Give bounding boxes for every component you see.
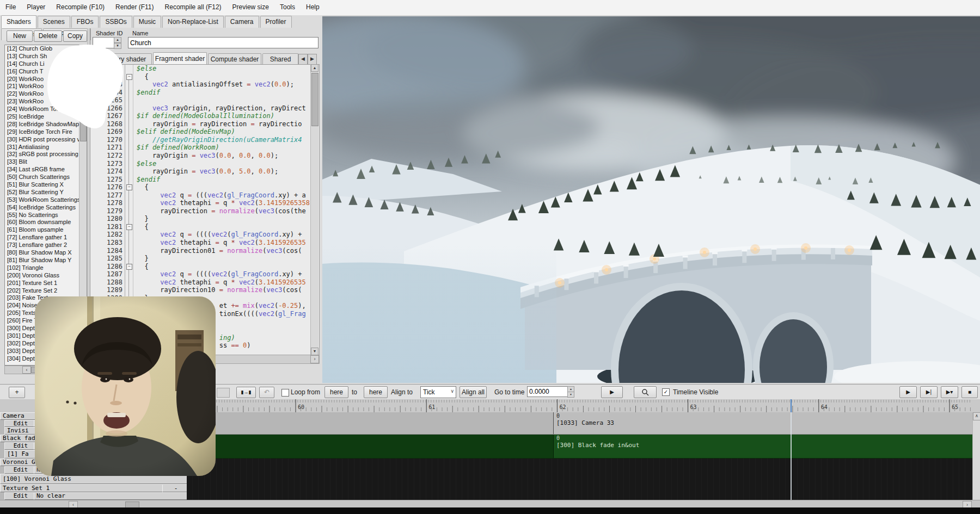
shader-new-button[interactable]: New	[7, 30, 33, 42]
play-button[interactable]: ▶	[899, 386, 917, 398]
align-all-button[interactable]: Align all	[460, 386, 487, 398]
code-vscrollbar[interactable]: ▲ ▼	[310, 64, 318, 355]
timeline-add-button[interactable]: +	[9, 387, 25, 398]
scroll-right-icon[interactable]: ›	[310, 355, 319, 363]
shader-list-item[interactable]: [61] Bloom upsample	[5, 226, 87, 234]
timeline-visible-checkbox[interactable]: ✓	[662, 388, 670, 396]
shader-list-item[interactable]: [81] Blur Shadow Map Y	[5, 257, 87, 264]
shader-list-item[interactable]: [53] WorkRoom Scatterings	[5, 196, 87, 204]
shader-list-item[interactable]: [55] No Scatterings	[5, 212, 87, 219]
menu-item-preview-size[interactable]: Preview size	[227, 0, 274, 11]
code-line[interactable]: 1287 vec2 q = ((((vec2(gl_FragCoord.xy) …	[90, 270, 319, 278]
shader-delete-button[interactable]: Delete	[34, 30, 62, 42]
shader-list-item[interactable]: [33] Blit	[5, 158, 87, 166]
code-line[interactable]: 1288 vec2 thetaphi = q * vec2(3.14159265…	[90, 278, 319, 287]
time-stepper[interactable]: ▲ ▼	[567, 386, 574, 397]
menu-item-file[interactable]: File	[0, 0, 21, 11]
track-edit-button[interactable]: Edit	[4, 466, 35, 474]
loop-start-here-button[interactable]: here	[324, 386, 348, 398]
menu-item-recompile-all-f12-[interactable]: Recompile all (F12)	[160, 0, 227, 11]
track-option-dropdown[interactable]: -	[162, 484, 187, 492]
go-button-play-icon[interactable]: ▶	[601, 386, 623, 398]
stop-button[interactable]: ■	[961, 386, 978, 398]
tab-scenes[interactable]: Scenes	[38, 16, 70, 28]
search-button[interactable]	[634, 386, 657, 398]
code-line[interactable]: 1279 rayDirection = normalize(vec3(cos(t…	[90, 207, 319, 215]
go-to-time-input[interactable]	[527, 386, 568, 397]
menu-item-render-f11-[interactable]: Render (F11)	[110, 0, 159, 11]
shader-copy-button[interactable]: Copy	[63, 30, 87, 42]
code-line[interactable]: 1276 {	[90, 183, 319, 191]
menu-item-help[interactable]: Help	[301, 0, 325, 11]
menu-item-recompile-f10-[interactable]: Recompile (F10)	[51, 0, 110, 11]
track-clear-mode-cell[interactable]: No clear	[34, 492, 187, 500]
code-line[interactable]: 1278 vec2 thetaphi = q * vec2(3.14159265…	[90, 199, 319, 207]
camera-clip[interactable]: 0 [1033] Camera 33	[553, 412, 973, 434]
code-line[interactable]: 1273$else	[90, 160, 319, 168]
fold-marker-icon[interactable]: −	[126, 264, 132, 270]
tab-non-replace-list[interactable]: Non-Replace-List	[162, 16, 224, 28]
shader-list-item[interactable]: [34] Last sRGB frame	[5, 166, 87, 174]
editor-tab-shared-shader[interactable]: Shared shader	[262, 53, 298, 65]
track-edit-button[interactable]: Edit	[4, 420, 35, 427]
camera-track-band[interactable]: 0 [1033] Camera 33	[187, 412, 972, 435]
tab-camera[interactable]: Camera	[225, 16, 259, 28]
shader-list-item[interactable]: [72] Lensflare gather 1	[5, 234, 87, 241]
code-line[interactable]: 1281 {	[90, 223, 319, 231]
texture-track-band[interactable]	[187, 484, 972, 500]
code-line[interactable]: 1283 vec2 thetaphi = q * vec2(3.14159265…	[90, 239, 319, 247]
black-fade-track-band[interactable]: 0 [300] Black fade in&out	[187, 435, 972, 459]
play-to-end-button[interactable]: ▶|	[920, 386, 938, 398]
menu-item-tools[interactable]: Tools	[274, 0, 301, 11]
shader-list-item[interactable]: [202] Texture Set 2	[5, 287, 87, 295]
loop-end-here-button[interactable]: here	[364, 386, 388, 398]
code-line[interactable]: 1282 vec2 q = ((((vec2(gl_FragCoord.xy) …	[90, 231, 319, 239]
fold-marker-icon[interactable]: −	[126, 224, 132, 230]
block-jump-icon[interactable]: ▮→▮	[236, 387, 256, 398]
playhead-line[interactable]	[791, 412, 792, 500]
timeline-hscrollbar[interactable]: ‹ ›	[0, 500, 980, 508]
shader-list-item[interactable]: [73] Lensflare gather 2	[5, 241, 87, 249]
shader-list-item[interactable]: [50] Church Scatterings	[5, 174, 87, 181]
code-line[interactable]: 1285 }	[90, 255, 319, 263]
tab-profiler[interactable]: Profiler	[260, 16, 292, 28]
play-from-button[interactable]: ▶▾	[941, 386, 958, 398]
fold-marker-icon[interactable]: −	[126, 184, 132, 190]
code-line[interactable]: 1284 rayDirection01 = normalize(vec3(cos…	[90, 247, 319, 255]
black-fade-clip[interactable]: 0 [300] Black fade in&out	[553, 435, 973, 458]
voronoi-track-band[interactable]	[187, 459, 972, 485]
loop-from-checkbox[interactable]	[281, 389, 289, 397]
shader-list-item[interactable]: [54] IceBridge Scatterings	[5, 204, 87, 212]
code-vscroll-thumb[interactable]	[311, 73, 318, 126]
tab-music[interactable]: Music	[133, 16, 161, 28]
shader-list-item[interactable]: [102] Triangle	[5, 264, 87, 272]
shader-list-item[interactable]: [30] HDR post processing v	[5, 136, 87, 144]
align-mode-select[interactable]: Tick ∨	[420, 386, 456, 398]
tab-scroll-left-icon[interactable]: ◀	[298, 54, 308, 65]
editor-tab-fragment-shader[interactable]: Fragment shader	[153, 52, 207, 65]
code-line[interactable]: 1272 rayOrigin = vec3(0.0, 0.0, 0.0);	[90, 152, 319, 160]
scroll-down-icon[interactable]: ▼	[311, 348, 318, 355]
playhead-ruler-marker[interactable]	[791, 399, 792, 412]
scroll-left-icon[interactable]: ‹	[22, 366, 31, 374]
shader-list-item[interactable]: [32] sRGB post processing	[5, 151, 87, 158]
code-line[interactable]: 1286 {	[90, 263, 319, 271]
code-line[interactable]: 1275$endif	[90, 176, 319, 184]
tab-scroll-right-icon[interactable]: ▶	[308, 54, 317, 65]
render-preview-viewport[interactable]	[322, 16, 980, 383]
tab-shaders[interactable]: Shaders	[1, 15, 36, 28]
shader-list-item[interactable]: [31] Antialiasing	[5, 144, 87, 151]
track-edit-button[interactable]: Edit	[4, 492, 35, 500]
code-line[interactable]: 1280 }	[90, 215, 319, 223]
shader-list-item[interactable]: [51] Blur Scattering X	[5, 181, 87, 189]
shader-list-item[interactable]: [52] Blur Scattering Y	[5, 189, 87, 196]
shader-list-item[interactable]: [201] Texture Set 1	[5, 280, 87, 287]
code-line[interactable]: 1289 rayDirection10 = normalize(vec3(cos…	[90, 286, 319, 294]
code-line[interactable]: 1277 vec2 q = (((vec2(gl_FragCoord.xy) +…	[90, 191, 319, 200]
code-line[interactable]: 1274 rayOrigin = vec3(0.0, 5.0, 0.0);	[90, 168, 319, 176]
shader-list-item[interactable]: [80] Blur Shadow Map X	[5, 249, 87, 257]
stepper-down-icon[interactable]: ▼	[567, 392, 574, 398]
shader-list-item[interactable]: [200] Voronoi Glass	[5, 272, 87, 280]
scroll-up-icon[interactable]: ∧	[973, 412, 980, 420]
timeline-vscrollbar[interactable]: ∧	[972, 412, 980, 500]
